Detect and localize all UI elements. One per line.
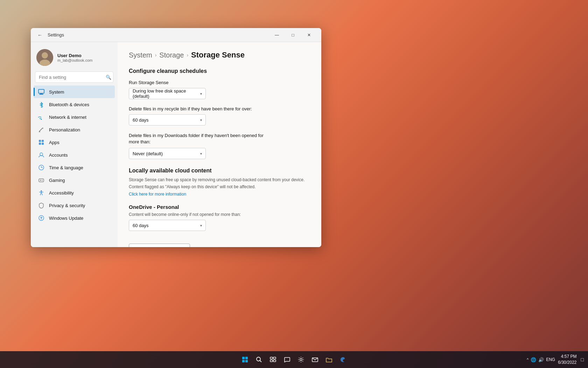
svg-point-8 xyxy=(41,119,42,120)
svg-rect-5 xyxy=(39,94,43,95)
sidebar-item-time[interactable]: Time & language xyxy=(34,161,115,174)
cloud-note: Content flagged as "Always keep on this … xyxy=(129,184,310,189)
user-email: m_lab@outlook.com xyxy=(57,58,112,62)
breadcrumb-sep-2: › xyxy=(187,52,188,58)
windows-update-icon xyxy=(38,214,45,222)
svg-point-16 xyxy=(40,153,43,156)
chevron-icon[interactable]: ^ xyxy=(527,357,528,362)
delete-recycle-value: 60 days xyxy=(133,117,200,123)
sidebar-item-apps[interactable]: Apps xyxy=(34,136,115,149)
edge-button[interactable] xyxy=(337,353,349,366)
svg-rect-11 xyxy=(39,131,40,132)
network-tray-icon[interactable]: 🌐 xyxy=(531,357,536,362)
delete-downloads-dropdown[interactable]: Never (default) ▾ xyxy=(129,148,206,159)
onedrive-dropdown[interactable]: 60 days ▾ xyxy=(129,220,206,231)
apps-icon xyxy=(38,139,45,146)
cloud-section: Locally available cloud content Storage … xyxy=(129,168,310,197)
onedrive-section: OneDrive - Personal Content will become … xyxy=(129,204,310,231)
delete-downloads-row: Delete files in my Downloads folder if t… xyxy=(129,132,310,159)
svg-point-1 xyxy=(42,52,48,59)
run-storage-sense-button[interactable]: Run Storage Sense now xyxy=(129,244,190,247)
user-name: User Demo xyxy=(57,53,112,58)
taskbar-icons xyxy=(239,353,349,366)
search-taskbar-button[interactable] xyxy=(253,353,265,366)
sidebar-item-system[interactable]: System xyxy=(34,86,115,98)
svg-rect-39 xyxy=(270,360,273,362)
cloud-link[interactable]: Click here for more information xyxy=(129,192,186,197)
back-button[interactable]: ← xyxy=(35,30,45,40)
sidebar-item-personalization[interactable]: Personalization xyxy=(34,123,115,136)
svg-line-36 xyxy=(260,361,262,362)
svg-point-41 xyxy=(300,359,302,361)
delete-recycle-row: Delete files in my recycle bin if they h… xyxy=(129,106,310,125)
svg-point-23 xyxy=(42,180,43,180)
search-input[interactable] xyxy=(35,71,113,83)
sidebar-item-label-gaming: Gaming xyxy=(49,178,111,183)
svg-rect-14 xyxy=(39,143,41,145)
sidebar-item-label-windows-update: Windows Update xyxy=(49,216,111,221)
svg-rect-40 xyxy=(273,360,276,362)
onedrive-value: 60 days xyxy=(133,223,200,228)
chat-button[interactable] xyxy=(281,353,293,366)
notification-icon[interactable]: □ xyxy=(581,357,584,362)
cloud-desc: Storage Sense can free up space by remov… xyxy=(129,177,310,183)
mail-button[interactable] xyxy=(309,353,321,366)
start-button[interactable] xyxy=(239,353,251,366)
sidebar-item-windows-update[interactable]: Windows Update xyxy=(34,212,115,224)
run-storage-sense-label: Run Storage Sense xyxy=(129,80,310,85)
breadcrumb-storage[interactable]: Storage xyxy=(159,51,184,59)
window-title: Settings xyxy=(48,32,269,38)
bluetooth-icon xyxy=(38,101,45,108)
system-icon xyxy=(38,88,45,95)
delete-recycle-dropdown[interactable]: 60 days ▾ xyxy=(129,114,206,125)
task-view-button[interactable] xyxy=(267,353,279,366)
delete-downloads-label: Delete files in my Downloads folder if t… xyxy=(129,132,310,145)
sidebar-item-label-system: System xyxy=(49,89,111,95)
avatar xyxy=(36,49,53,66)
svg-rect-13 xyxy=(42,140,44,142)
taskbar: ^ 🌐 🔊 ENG 4:57 PM 6/30/2022 □ xyxy=(0,351,588,368)
close-button[interactable]: ✕ xyxy=(301,29,317,41)
sidebar-item-accounts[interactable]: Accounts xyxy=(34,149,115,161)
svg-rect-4 xyxy=(40,94,43,94)
sidebar-item-label-apps: Apps xyxy=(49,140,111,145)
system-clock[interactable]: 4:57 PM 6/30/2022 xyxy=(558,354,576,366)
time-icon xyxy=(38,164,45,171)
breadcrumb-system[interactable]: System xyxy=(129,51,152,59)
user-info: User Demo m_lab@outlook.com xyxy=(57,53,112,62)
sidebar-item-accessibility[interactable]: Accessibility xyxy=(34,186,115,199)
nav-list: System Bluetooth & devices Network & int… xyxy=(34,86,115,224)
search-container: 🔍 xyxy=(35,71,113,83)
volume-icon[interactable]: 🔊 xyxy=(538,357,544,362)
user-profile[interactable]: User Demo m_lab@outlook.com xyxy=(34,46,115,71)
title-bar: ← Settings — □ ✕ xyxy=(31,28,321,42)
window-controls: — □ ✕ xyxy=(269,29,317,41)
sidebar-item-network[interactable]: Network & internet xyxy=(34,111,115,123)
svg-rect-34 xyxy=(245,360,248,362)
run-storage-sense-dropdown[interactable]: During low free disk space (default) ▾ xyxy=(129,88,206,99)
search-icon[interactable]: 🔍 xyxy=(106,75,111,80)
chevron-down-icon-3: ▾ xyxy=(200,152,202,156)
sidebar-item-bluetooth[interactable]: Bluetooth & devices xyxy=(34,98,115,111)
svg-line-9 xyxy=(39,128,43,131)
svg-rect-38 xyxy=(273,357,276,359)
privacy-icon xyxy=(38,202,45,209)
svg-point-25 xyxy=(41,190,42,192)
svg-rect-12 xyxy=(39,140,41,142)
breadcrumb: System › Storage › Storage Sense xyxy=(129,50,310,60)
chevron-down-icon: ▾ xyxy=(200,92,202,96)
breadcrumb-storage-sense: Storage Sense xyxy=(191,50,245,60)
svg-rect-15 xyxy=(42,143,44,145)
onedrive-sub: Content will become online-only if not o… xyxy=(129,212,310,217)
sidebar-item-label-accounts: Accounts xyxy=(49,152,111,158)
sidebar-item-privacy[interactable]: Privacy & security xyxy=(34,199,115,212)
taskbar-right: ^ 🌐 🔊 ENG 4:57 PM 6/30/2022 □ xyxy=(527,354,584,366)
lang-indicator[interactable]: ENG xyxy=(546,357,555,362)
svg-line-28 xyxy=(41,192,42,195)
sidebar-item-gaming[interactable]: Gaming xyxy=(34,174,115,186)
settings-taskbar-button[interactable] xyxy=(295,353,307,366)
maximize-button[interactable]: □ xyxy=(285,29,301,41)
svg-point-24 xyxy=(42,180,43,181)
minimize-button[interactable]: — xyxy=(269,29,285,41)
file-explorer-button[interactable] xyxy=(323,353,335,366)
